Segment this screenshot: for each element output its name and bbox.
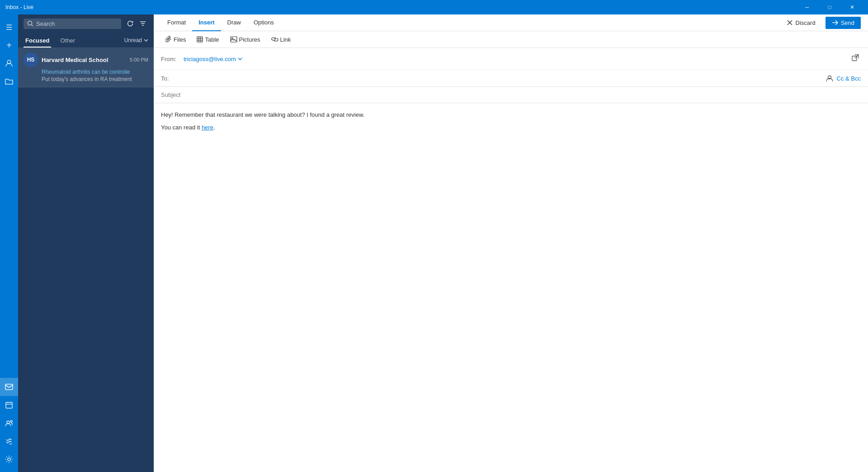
tab-focused[interactable]: Focused [24, 34, 51, 48]
minimize-button[interactable]: ─ [797, 0, 817, 14]
filter-button[interactable] [137, 18, 148, 29]
svg-point-3 [7, 421, 9, 424]
svg-rect-8 [231, 37, 237, 42]
svg-point-4 [10, 420, 12, 422]
settings-icon[interactable] [0, 450, 18, 468]
unread-filter[interactable]: Unread [124, 37, 148, 45]
svg-point-6 [28, 21, 32, 25]
discard-button[interactable]: Discard [780, 17, 822, 29]
calendar-icon[interactable] [0, 396, 18, 414]
mail-subject: Rheumatoid arthritis can be controlle [42, 69, 148, 75]
table-icon [197, 36, 203, 43]
open-window-button[interactable] [850, 52, 861, 65]
link-icon [271, 37, 278, 42]
header-buttons [125, 18, 148, 29]
from-email: triciagoss@live.com [184, 56, 236, 62]
send-label: Send [841, 19, 854, 26]
folder-icon[interactable] [0, 72, 18, 91]
chevron-down-icon [144, 39, 148, 42]
close-button[interactable]: ✕ [842, 0, 863, 14]
body-line2-prefix: You can read it [161, 124, 202, 131]
search-icon [27, 20, 33, 27]
svg-point-5 [8, 458, 10, 461]
svg-rect-2 [6, 402, 12, 408]
compose-tab-actions: Discard Send [780, 17, 861, 29]
compose-fields: From: triciagoss@live.com To: Cc & Bcc [154, 48, 868, 87]
svg-rect-10 [852, 56, 857, 61]
from-value[interactable]: triciagoss@live.com [184, 56, 850, 62]
from-field: From: triciagoss@live.com [154, 48, 868, 70]
subject-field [154, 87, 868, 103]
tab-other[interactable]: Other [58, 34, 77, 48]
contacts-icon[interactable] [0, 414, 18, 432]
pictures-label: Pictures [239, 36, 260, 43]
tab-draw[interactable]: Draw [221, 14, 247, 31]
send-icon [832, 19, 838, 26]
tab-insert[interactable]: Insert [192, 14, 221, 31]
open-window-icon [852, 54, 859, 62]
mail-preview: Put today's advances in RA treatment [42, 76, 148, 82]
files-label: Files [174, 36, 186, 43]
add-icon[interactable]: + [0, 36, 18, 54]
svg-rect-7 [197, 37, 203, 42]
discard-icon [787, 19, 793, 26]
from-label: From: [161, 56, 184, 62]
app-body: ☰ + [0, 14, 868, 472]
svg-rect-1 [5, 384, 13, 390]
body-link[interactable]: here [202, 124, 213, 131]
link-label: Link [280, 36, 291, 43]
table-label: Table [205, 36, 219, 43]
mail-list: HS Harvard Medical School 5:00 PM Rheuma… [18, 48, 154, 472]
refresh-button[interactable] [125, 18, 136, 29]
cc-bcc-button[interactable]: Cc & Bcc [837, 75, 861, 82]
search-bar[interactable] [24, 19, 121, 29]
search-input[interactable] [36, 20, 118, 27]
to-label: To: [161, 75, 184, 82]
mail-item-header: HS Harvard Medical School 5:00 PM [24, 52, 148, 67]
mail-icon[interactable] [0, 378, 18, 396]
folder-tabs: Focused Other Unread [18, 33, 154, 48]
to-field-actions: Cc & Bcc [826, 75, 861, 82]
table-button[interactable]: Table [192, 34, 223, 45]
window-controls: ─ □ ✕ [797, 0, 863, 14]
link-button[interactable]: Link [267, 34, 296, 45]
compose-pane: Format Insert Draw Options Discard Send [154, 14, 868, 472]
from-chevron-icon [238, 57, 242, 60]
tasks-icon[interactable] [0, 432, 18, 450]
restore-button[interactable]: □ [819, 0, 840, 14]
to-field: To: Cc & Bcc [154, 70, 868, 86]
send-button[interactable]: Send [826, 17, 861, 29]
files-button[interactable]: Files [161, 34, 190, 45]
body-line2: You can read it here. [161, 123, 861, 132]
pictures-icon [230, 36, 237, 43]
mail-time: 5:00 PM [130, 57, 148, 62]
body-line1: Hey! Remember that restaurant we were ta… [161, 110, 861, 119]
mail-panel-header [18, 14, 154, 33]
app-title: Inbox - Live [5, 4, 33, 10]
people-icon[interactable] [0, 54, 18, 72]
subject-input[interactable] [161, 91, 861, 98]
compose-tab-group: Format Insert Draw Options [161, 14, 280, 31]
pictures-button[interactable]: Pictures [226, 34, 265, 45]
add-recipient-icon[interactable] [826, 75, 833, 82]
sidebar-icons: ☰ + [0, 14, 18, 472]
paperclip-icon [165, 36, 172, 43]
avatar: HS [24, 52, 38, 67]
to-input[interactable] [184, 75, 826, 82]
discard-label: Discard [796, 19, 816, 26]
tab-format[interactable]: Format [161, 14, 192, 31]
mail-item[interactable]: HS Harvard Medical School 5:00 PM Rheuma… [18, 48, 154, 87]
mail-sender: Harvard Medical School [42, 57, 126, 63]
title-bar: Inbox - Live ─ □ ✕ [0, 0, 868, 14]
tab-options[interactable]: Options [247, 14, 280, 31]
compose-tabs: Format Insert Draw Options Discard Send [154, 14, 868, 31]
compose-toolbar: Files Table Pictures Link [154, 31, 868, 48]
hamburger-icon[interactable]: ☰ [0, 18, 18, 36]
unread-label: Unread [124, 37, 142, 43]
body-line2-suffix: . [213, 124, 215, 131]
mail-panel: Focused Other Unread HS Harvard Medical … [18, 14, 154, 472]
compose-body[interactable]: Hey! Remember that restaurant we were ta… [154, 103, 868, 472]
